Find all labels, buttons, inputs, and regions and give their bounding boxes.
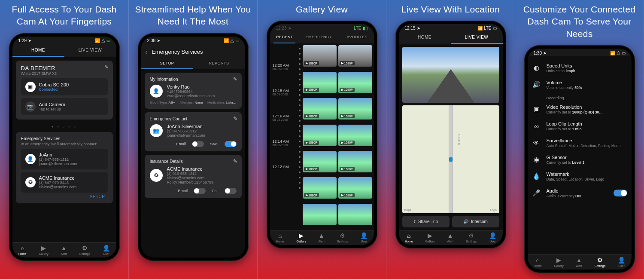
sms-toggle[interactable] [225, 141, 237, 147]
edit-icon[interactable]: ✎ [104, 64, 109, 70]
map-view[interactable]: N Hickor Maps Legal [402, 105, 499, 213]
setting-speed-units[interactable]: ◐Speed UnitsUnits set to kmph [532, 60, 627, 77]
location-icon: ➤ [543, 51, 547, 55]
setting-g-sensor[interactable]: ◉G-SensorCurrently set to Level 1 [532, 151, 627, 168]
emergency-services-card: Emergency Services In an emergency, we'l… [16, 132, 113, 203]
battery-low-icon: ▭ [235, 38, 239, 43]
panel-title: Live View With Location [401, 3, 500, 15]
gallery-body[interactable]: 12:20 AM08-08-2020 12:18 AM08-08-2020 12… [270, 43, 374, 230]
emerg-sub: In an emergency, we'll automatically con… [21, 142, 108, 146]
video-thumb[interactable] [303, 204, 337, 225]
volume-icon: 🔊 [532, 80, 541, 89]
setting-audio[interactable]: 🎤AudioAudio is currently ON [532, 185, 627, 202]
tab-reports[interactable]: REPORTS [193, 58, 245, 69]
video-thumb[interactable]: ▶1080P [303, 151, 337, 172]
nav-home[interactable]: ⌂Home [276, 232, 284, 243]
video-thumb[interactable]: ▶1080P [303, 98, 337, 120]
legal-link[interactable]: Legal [490, 208, 497, 212]
nav-alert[interactable]: ▲Alert [319, 232, 325, 243]
nav-user[interactable]: 👤User [103, 245, 110, 255]
camera-status: Connected [39, 87, 69, 92]
live-feed[interactable] [402, 47, 499, 103]
panel-1: Full Access To Your Dash Cam At Your Fin… [0, 0, 129, 279]
tab-recent[interactable]: RECENT [273, 31, 295, 43]
nav-gallery[interactable]: ▶Gallery [554, 257, 564, 267]
mic-icon: 🎤 [532, 188, 541, 198]
edit-icon[interactable]: ✎ [233, 116, 237, 122]
nav-user[interactable]: 👤User [360, 232, 368, 243]
alert-icon: ▲ [576, 257, 582, 264]
nav-settings[interactable]: ⚙Settings [337, 232, 348, 243]
tab-home[interactable]: HOME [12, 44, 64, 57]
email-toggle[interactable] [192, 141, 204, 147]
vehicle-name: DA BEEMER [21, 65, 108, 71]
nav-home[interactable]: ⌂Home [534, 257, 542, 267]
play-icon: ▶ [341, 114, 343, 118]
nav-user[interactable]: 👤User [618, 257, 625, 267]
nav-user[interactable]: 👤User [489, 232, 496, 243]
dashcam-icon: ▣ [25, 82, 36, 92]
edit-icon[interactable]: ✎ [233, 158, 237, 164]
tab-setup[interactable]: SETUP [141, 58, 193, 69]
play-icon: ▶ [341, 88, 343, 92]
tab-favorites[interactable]: FAVORITES [342, 31, 370, 43]
nav-home[interactable]: ⌂Home [18, 245, 27, 255]
tab-live-view[interactable]: LIVE VIEW [64, 44, 116, 57]
setting-loop-clip[interactable]: ∞Loop Clip LengthCurrently set to 1 min [532, 118, 627, 135]
setting-video-resolution[interactable]: ▣Video ResolutionCurrently set to 1600p … [532, 101, 627, 118]
setup-button[interactable]: SETUP [21, 193, 108, 199]
edit-icon[interactable]: ✎ [233, 76, 237, 82]
gallery-icon: ▶ [299, 232, 304, 239]
nav-alert[interactable]: ▲Alert [61, 245, 67, 255]
video-thumb[interactable]: ▶1080P [303, 177, 337, 199]
play-icon: ▶ [306, 193, 308, 197]
add-camera-title: Add Camera [39, 102, 66, 107]
nav-home[interactable]: ⌂Home [405, 232, 413, 243]
nav-gallery[interactable]: ▶Gallery [425, 232, 435, 243]
location-icon: ➤ [288, 26, 292, 31]
setting-surveillance[interactable]: 👁SurveillanceAuto-Shutoff, Motion Detect… [532, 135, 627, 151]
nav-gallery[interactable]: ▶Gallery [39, 245, 49, 255]
video-thumb[interactable]: ▶1080P [303, 45, 337, 67]
tab-live-view[interactable]: LIVE VIEW [451, 31, 503, 44]
video-thumb[interactable] [338, 204, 372, 225]
camera-item[interactable]: ▣ Cobra SC 200Connected [21, 78, 108, 95]
nav-settings[interactable]: ⚙Settings [595, 257, 605, 267]
nav-alert[interactable]: ▲Alert [447, 232, 453, 243]
video-thumb[interactable]: ▶1080P [338, 151, 372, 172]
battery-icon: ▭ [622, 51, 626, 55]
video-thumb[interactable]: ▶1080P [338, 177, 372, 199]
video-thumb[interactable]: ▶1080P [303, 72, 337, 93]
panel-title: Gallery View [296, 3, 348, 15]
page-dots[interactable]: ● ○ ○ ○ ○ [16, 123, 113, 132]
video-thumb[interactable]: ▶1080P [338, 125, 372, 146]
video-thumb[interactable]: ▶1080P [338, 98, 372, 120]
video-thumb[interactable]: ▶1080P [338, 72, 372, 93]
settings-list[interactable]: ◐Speed UnitsUnits set to kmph 🔊VolumeVol… [528, 56, 632, 254]
tab-home[interactable]: HOME [399, 31, 451, 44]
video-thumb[interactable]: ▶1080P [303, 125, 337, 146]
emerg-contact-2[interactable]: ✪ ACME Insurance(1) 847-970-8443claims@a… [21, 172, 108, 193]
gallery-icon: ▶ [41, 245, 46, 251]
email-toggle[interactable] [194, 188, 206, 194]
back-icon[interactable]: ‹ [146, 49, 148, 55]
nav-settings[interactable]: ⚙Settings [466, 232, 477, 243]
camera-icon: 📷 [25, 101, 36, 112]
battery-icon: ▮▯ [363, 26, 368, 31]
add-camera-item[interactable]: 📷 Add CameraTap to set up [21, 98, 108, 115]
tab-emergency[interactable]: EMERGENCY [303, 31, 335, 43]
play-icon: ▶ [306, 167, 308, 171]
audio-toggle[interactable] [614, 190, 627, 196]
video-thumb[interactable]: ▶1080P [338, 45, 372, 67]
nav-gallery[interactable]: ▶Gallery [297, 232, 306, 243]
nav-alert[interactable]: ▲Alert [576, 257, 582, 267]
setting-watermark[interactable]: 💧WatermarkDate, Speed, Location, Driver,… [532, 168, 627, 185]
intercom-button[interactable]: 🔊Intercom [452, 216, 499, 227]
signal-icon: 📶 [477, 26, 483, 31]
share-trip-button[interactable]: ⤴Share Trip [402, 216, 450, 227]
setting-volume[interactable]: 🔊VolumeVolume currently 50% [532, 77, 627, 93]
nav-settings[interactable]: ⚙Settings [79, 245, 90, 255]
resolution-icon: ▣ [532, 104, 541, 114]
emerg-contact-1[interactable]: 👤 JoAnn(1) 847-555-1212joann@silverman.c… [21, 149, 108, 169]
call-toggle[interactable] [225, 188, 237, 194]
